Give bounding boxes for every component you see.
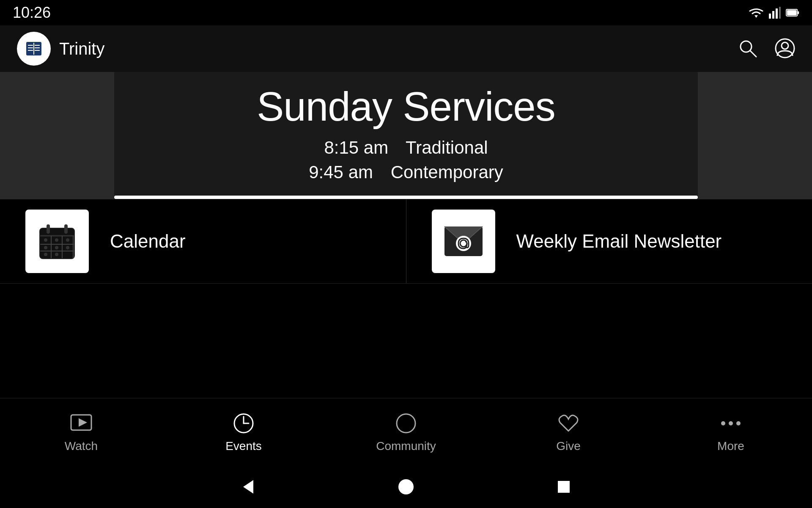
app-header-right xyxy=(738,38,795,60)
nav-community[interactable]: Community xyxy=(368,411,444,453)
svg-rect-53 xyxy=(558,481,570,493)
hero-side-right xyxy=(698,72,812,199)
calendar-icon-box xyxy=(25,210,89,273)
watch-icon xyxy=(69,411,93,435)
service1-type: Traditional xyxy=(406,138,488,157)
search-button[interactable] xyxy=(738,38,758,60)
svg-rect-6 xyxy=(798,11,799,14)
status-bar: 10:26 xyxy=(0,0,812,25)
svg-point-30 xyxy=(44,238,47,242)
calendar-quick-link[interactable]: Calendar xyxy=(0,199,406,283)
app-header: Trinity xyxy=(0,25,812,72)
middle-area xyxy=(0,284,812,368)
svg-point-50 xyxy=(736,421,741,425)
svg-rect-7 xyxy=(787,10,797,15)
service1-time: 8:15 am xyxy=(324,138,388,157)
nav-more[interactable]: More xyxy=(693,411,769,453)
signal-icon xyxy=(769,7,781,19)
quick-links: Calendar Weekly Email Newsletter xyxy=(0,199,812,284)
svg-marker-51 xyxy=(243,480,253,494)
svg-point-37 xyxy=(55,253,58,256)
svg-rect-2 xyxy=(772,11,774,19)
svg-point-52 xyxy=(398,479,414,494)
recents-icon xyxy=(555,478,572,495)
newsletter-label: Weekly Email Newsletter xyxy=(516,231,722,252)
svg-rect-4 xyxy=(779,7,781,19)
email-icon xyxy=(442,222,485,260)
calendar-icon xyxy=(38,222,76,260)
app-logo xyxy=(17,32,51,66)
newsletter-icon-box xyxy=(432,210,495,273)
nav-give[interactable]: Give xyxy=(530,411,606,453)
svg-point-33 xyxy=(44,246,47,249)
svg-point-35 xyxy=(66,246,69,249)
home-button[interactable] xyxy=(398,478,414,495)
status-time: 10:26 xyxy=(13,4,51,22)
system-nav xyxy=(0,466,812,508)
nav-more-label: More xyxy=(717,439,744,453)
profile-icon xyxy=(775,38,795,58)
svg-line-17 xyxy=(750,51,756,57)
svg-marker-43 xyxy=(79,418,87,427)
svg-rect-3 xyxy=(776,8,778,19)
app-title: Trinity xyxy=(59,39,104,58)
svg-point-19 xyxy=(782,42,788,49)
profile-button[interactable] xyxy=(775,38,795,60)
svg-point-34 xyxy=(55,246,58,249)
battery-icon xyxy=(786,7,799,19)
svg-marker-0 xyxy=(754,15,758,18)
back-button[interactable] xyxy=(240,478,257,495)
events-icon xyxy=(232,411,255,435)
community-icon xyxy=(394,411,418,435)
nav-events-label: Events xyxy=(225,439,262,453)
svg-rect-23 xyxy=(47,224,50,234)
hero-area: Sunday Services 8:15 am Traditional 9:45… xyxy=(0,72,812,199)
svg-point-32 xyxy=(66,238,69,242)
back-icon xyxy=(240,478,257,495)
recents-button[interactable] xyxy=(555,478,572,495)
hero-indicator xyxy=(114,196,698,199)
more-icon xyxy=(719,411,743,435)
svg-point-49 xyxy=(729,421,733,425)
newsletter-quick-link[interactable]: Weekly Email Newsletter xyxy=(406,199,812,283)
search-icon xyxy=(738,38,758,58)
svg-point-41 xyxy=(465,241,467,243)
hero-side-left xyxy=(0,72,114,199)
hero-title: Sunday Services xyxy=(257,84,555,129)
nav-watch-label: Watch xyxy=(65,439,98,453)
service2-type: Contemporary xyxy=(391,162,503,182)
wifi-icon xyxy=(749,7,764,19)
app-header-left: Trinity xyxy=(17,32,104,66)
service2-time: 9:45 am xyxy=(309,162,373,182)
svg-point-47 xyxy=(397,414,415,433)
book-icon xyxy=(25,39,43,58)
home-icon xyxy=(398,478,414,495)
svg-point-31 xyxy=(55,238,58,242)
give-icon xyxy=(557,411,580,435)
nav-events[interactable]: Events xyxy=(206,411,282,453)
svg-point-48 xyxy=(721,421,725,425)
svg-rect-24 xyxy=(64,224,68,234)
nav-community-label: Community xyxy=(376,439,436,453)
hero-service-2: 9:45 am Contemporary xyxy=(309,162,503,182)
nav-watch[interactable]: Watch xyxy=(43,411,119,453)
hero-center: Sunday Services 8:15 am Traditional 9:45… xyxy=(114,72,698,199)
nav-give-label: Give xyxy=(556,439,581,453)
svg-point-36 xyxy=(44,253,47,256)
hero-service-1: 8:15 am Traditional xyxy=(324,138,488,158)
status-icons xyxy=(749,7,799,19)
bottom-nav: Watch Events Community Give More xyxy=(0,398,812,466)
svg-rect-1 xyxy=(769,14,771,19)
calendar-label: Calendar xyxy=(110,231,186,252)
